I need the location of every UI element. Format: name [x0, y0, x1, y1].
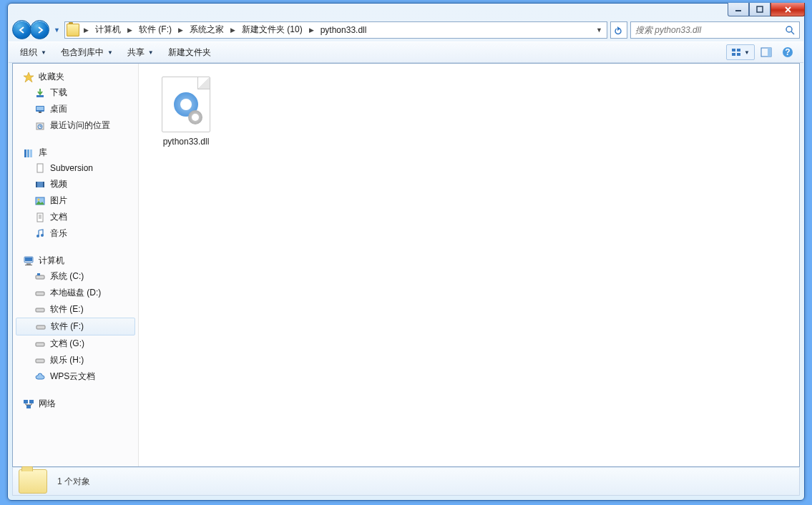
item-label: Subversion: [50, 163, 93, 173]
sidebar-item-drive-e[interactable]: 软件 (E:): [13, 301, 138, 318]
toolbar: 组织▼ 包含到库中▼ 共享▼ 新建文件夹 ▼ ?: [9, 41, 803, 63]
titlebar[interactable]: [8, 4, 804, 18]
chevron-right-icon[interactable]: ▶: [125, 26, 134, 34]
view-mode-button[interactable]: ▼: [726, 44, 755, 60]
chevron-right-icon[interactable]: ▶: [176, 26, 185, 34]
breadcrumb-current[interactable]: python33.dll: [317, 24, 371, 36]
chevron-right-icon[interactable]: ▶: [307, 26, 316, 34]
breadcrumb-folder-1[interactable]: 系统之家: [186, 22, 228, 37]
refresh-button[interactable]: [610, 21, 627, 39]
breadcrumb-computer[interactable]: 计算机: [92, 22, 124, 37]
svg-rect-45: [29, 400, 34, 403]
sidebar-item-drive-f[interactable]: 软件 (F:): [16, 318, 135, 335]
svg-rect-14: [36, 107, 44, 110]
network-group: 网络: [13, 396, 138, 411]
item-label: 系统 (C:): [50, 270, 84, 283]
sidebar-item-videos[interactable]: 视频: [13, 176, 138, 192]
music-icon: [34, 228, 46, 240]
sidebar-item-drive-g[interactable]: 文档 (G:): [13, 335, 138, 352]
address-dropdown[interactable]: ▼: [592, 22, 605, 38]
svg-rect-9: [768, 48, 771, 57]
svg-rect-38: [37, 273, 40, 275]
breadcrumb-folder-2[interactable]: 新建文件夹 (10): [238, 22, 306, 37]
sidebar-item-drive-c[interactable]: 系统 (C:): [13, 268, 138, 285]
organize-menu[interactable]: 组织▼: [14, 44, 52, 62]
breadcrumb-drive[interactable]: 软件 (F:): [135, 22, 175, 37]
chevron-down-icon: ▼: [148, 49, 154, 56]
sidebar-item-drive-h[interactable]: 娱乐 (H:): [13, 352, 138, 368]
sidebar-item-drive-d[interactable]: 本地磁盘 (D:): [13, 285, 138, 301]
search-box[interactable]: [630, 21, 800, 39]
favorites-header[interactable]: 收藏夹: [13, 69, 138, 84]
new-folder-button[interactable]: 新建文件夹: [162, 44, 217, 62]
svg-point-2: [786, 26, 792, 32]
desktop-icon: [34, 104, 46, 115]
item-label: 最近访问的位置: [50, 119, 110, 132]
svg-point-26: [38, 198, 40, 200]
item-label: 视频: [50, 178, 67, 190]
computer-icon: [23, 255, 34, 267]
sidebar-item-downloads[interactable]: 下载: [13, 84, 138, 101]
sidebar-item-subversion[interactable]: Subversion: [13, 160, 138, 176]
organize-label: 组织: [20, 46, 37, 59]
search-input[interactable]: [635, 25, 785, 35]
sidebar-item-wps-cloud[interactable]: WPS云文档: [13, 368, 138, 385]
library-icon: [23, 147, 34, 159]
forward-button[interactable]: [30, 20, 49, 39]
minimize-button[interactable]: [728, 3, 749, 16]
thumbnails-icon: [731, 48, 741, 57]
item-label: 桌面: [50, 103, 67, 115]
svg-text:?: ?: [785, 47, 790, 57]
close-button[interactable]: [771, 3, 805, 16]
share-menu[interactable]: 共享▼: [122, 44, 160, 62]
recent-icon: [34, 120, 46, 132]
file-list[interactable]: python33.dll: [139, 64, 799, 466]
document-icon: [34, 162, 46, 174]
share-label: 共享: [127, 46, 145, 59]
navigation-pane[interactable]: 收藏夹 下载 桌面 最近访问的位置 库 Subversion 视频 图片 文档 …: [13, 64, 139, 466]
computer-label: 计算机: [39, 255, 64, 267]
svg-point-32: [41, 234, 44, 237]
preview-pane-button[interactable]: [756, 44, 776, 60]
explorer-body: 收藏夹 下载 桌面 最近访问的位置 库 Subversion 视频 图片 文档 …: [12, 63, 800, 467]
chevron-down-icon: ▼: [107, 49, 113, 56]
item-label: 文档: [50, 211, 67, 223]
svg-rect-35: [26, 263, 31, 265]
network-header[interactable]: 网络: [13, 396, 138, 411]
chevron-right-icon[interactable]: ▶: [228, 26, 238, 34]
svg-rect-41: [36, 325, 45, 329]
item-label: WPS云文档: [50, 371, 95, 383]
search-icon[interactable]: [785, 25, 795, 35]
help-button[interactable]: ?: [778, 44, 798, 60]
history-dropdown[interactable]: ▼: [52, 23, 62, 37]
svg-rect-5: [737, 49, 740, 52]
svg-point-31: [36, 235, 39, 237]
include-label: 包含到库中: [61, 46, 104, 59]
sidebar-item-documents[interactable]: 文档: [13, 209, 138, 225]
window-controls: [728, 3, 805, 16]
libraries-group: 库 Subversion 视频 图片 文档 音乐: [13, 145, 138, 242]
folder-icon: [67, 24, 79, 36]
computer-header[interactable]: 计算机: [13, 253, 138, 268]
libraries-header[interactable]: 库: [13, 145, 138, 160]
sidebar-item-pictures[interactable]: 图片: [13, 192, 138, 209]
maximize-button[interactable]: [749, 3, 771, 16]
item-label: 软件 (F:): [51, 320, 84, 333]
svg-rect-4: [732, 49, 735, 52]
address-bar[interactable]: ▶ 计算机 ▶ 软件 (F:) ▶ 系统之家 ▶ 新建文件夹 (10) ▶ py…: [64, 21, 607, 39]
svg-rect-34: [25, 258, 32, 261]
back-button[interactable]: [12, 20, 31, 39]
sidebar-item-desktop[interactable]: 桌面: [13, 101, 138, 117]
sidebar-item-recent[interactable]: 最近访问的位置: [13, 117, 138, 134]
drive-icon: [34, 338, 46, 350]
sidebar-item-music[interactable]: 音乐: [13, 225, 138, 242]
svg-rect-42: [36, 343, 44, 346]
explorer-window: ▼ ▶ 计算机 ▶ 软件 (F:) ▶ 系统之家 ▶ 新建文件夹 (10) ▶ …: [7, 3, 805, 501]
network-icon: [23, 398, 34, 410]
include-in-library-menu[interactable]: 包含到库中▼: [55, 44, 119, 62]
dll-file-icon: [162, 77, 210, 132]
picture-icon: [34, 195, 46, 207]
chevron-right-icon[interactable]: ▶: [82, 26, 91, 34]
file-item[interactable]: python33.dll: [152, 74, 220, 149]
file-name: python33.dll: [163, 137, 210, 147]
